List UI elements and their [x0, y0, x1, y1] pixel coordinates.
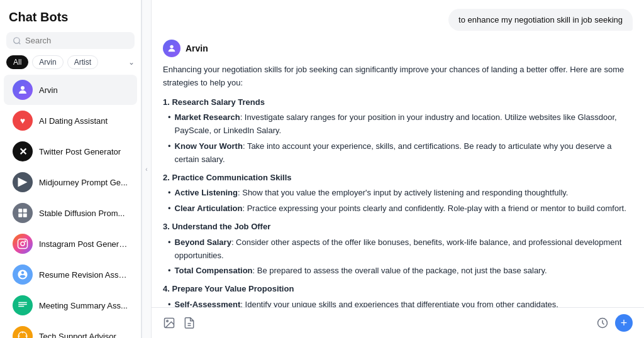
- bot-avatar-instagram: [13, 234, 33, 254]
- bot-name-resume: Resume Revision Assis...: [39, 270, 128, 280]
- bullet-market-research: • Market Research: Investigate salary ra…: [163, 111, 633, 138]
- bullet-active-listening: • Active Listening: Show that you value …: [163, 187, 633, 200]
- bullet-beyond-salary: • Beyond Salary: Consider other aspects …: [163, 236, 633, 263]
- svg-line-1: [19, 42, 21, 44]
- bot-item-resume[interactable]: Resume Revision Assis...: [4, 259, 137, 290]
- bullet-total-compensation: • Total Compensation: Be prepared to ass…: [163, 264, 633, 278]
- bullet-know-worth: • Know Your Worth: Take into account you…: [163, 140, 633, 166]
- section-title-4: 4. Prepare Your Value Proposition: [163, 283, 633, 296]
- user-message-bubble: to enhance my negotiation skill in job s…: [448, 9, 633, 31]
- bot-item-meeting[interactable]: Meeting Summary Ass...: [4, 290, 137, 320]
- bot-avatar-tech: [13, 326, 33, 338]
- bot-avatar-stable: [13, 203, 33, 223]
- add-button[interactable]: +: [615, 314, 633, 332]
- collapse-handle[interactable]: ‹: [142, 0, 152, 338]
- sidebar-title: Chat Bots: [0, 8, 141, 32]
- bot-item-twitter[interactable]: ✕ Twitter Post Generator: [4, 136, 137, 166]
- svg-point-8: [21, 242, 25, 246]
- section-title-2: 2. Practice Communication Skills: [163, 172, 633, 185]
- svg-rect-4: [23, 209, 27, 212]
- search-box: [6, 32, 135, 49]
- footer-right-icons: +: [596, 314, 633, 332]
- section-title-3: 3. Understand the Job Offer: [163, 221, 633, 234]
- filter-all[interactable]: All: [6, 55, 28, 69]
- svg-rect-5: [18, 214, 22, 217]
- bot-name-meeting: Meeting Summary Ass...: [39, 301, 128, 310]
- bot-name-arvin: Arvin: [39, 85, 58, 95]
- filter-chevron-icon[interactable]: ⌄: [128, 58, 135, 67]
- image-upload-icon[interactable]: [163, 317, 175, 329]
- svg-point-12: [167, 320, 169, 322]
- filter-artist[interactable]: Artist: [67, 55, 98, 69]
- response-section-4: 4. Prepare Your Value Proposition • Self…: [163, 283, 633, 307]
- bullet-self-assessment: • Self-Assessment: Identify your unique …: [163, 298, 633, 307]
- svg-rect-7: [18, 239, 28, 249]
- bot-avatar-meeting: [13, 295, 33, 315]
- bot-response-avatar: [163, 40, 180, 57]
- bot-item-stable[interactable]: Stable Diffusion Prom...: [4, 198, 137, 228]
- bot-name-stable: Stable Diffusion Prom...: [39, 209, 125, 218]
- search-input[interactable]: [25, 36, 128, 45]
- sidebar: Chat Bots All Arvin Artist ⌄ Arvin ♥ AI …: [0, 0, 142, 338]
- bot-name-ai-dating: AI Dating Assistant: [39, 116, 108, 126]
- bot-item-ai-dating[interactable]: ♥ AI Dating Assistant: [4, 106, 137, 136]
- document-upload-icon[interactable]: [183, 317, 196, 329]
- main-chat: to enhance my negotiation skill in job s…: [152, 0, 644, 338]
- bot-name-tech: Tech Support Advisor: [39, 332, 116, 339]
- response-intro: Enhancing your negotiation skills for jo…: [163, 63, 633, 90]
- bot-name-twitter: Twitter Post Generator: [39, 147, 121, 156]
- bot-item-tech[interactable]: Tech Support Advisor: [4, 321, 137, 338]
- response-section-3: 3. Understand the Job Offer • Beyond Sal…: [163, 221, 633, 278]
- bot-avatar-ai-dating: ♥: [13, 111, 33, 131]
- bot-avatar-twitter: ✕: [13, 141, 33, 161]
- bot-list: Arvin ♥ AI Dating Assistant ✕ Twitter Po…: [0, 74, 141, 338]
- svg-rect-6: [23, 214, 27, 217]
- bot-response-header: Arvin: [163, 40, 633, 57]
- response-content: Enhancing your negotiation skills for jo…: [163, 63, 633, 307]
- response-section-1: 1. Research Salary Trends • Market Resea…: [163, 96, 633, 166]
- response-section-2: 2. Practice Communication Skills • Activ…: [163, 172, 633, 215]
- svg-rect-3: [18, 209, 22, 212]
- svg-point-9: [25, 241, 26, 242]
- filter-tags: All Arvin Artist ⌄: [0, 55, 141, 74]
- bot-response-name: Arvin: [186, 43, 208, 53]
- chat-body: Arvin Enhancing your negotiation skills …: [152, 35, 644, 307]
- bot-avatar-midjourney: [13, 172, 33, 192]
- chat-header: to enhance my negotiation skill in job s…: [152, 0, 644, 35]
- svg-point-0: [14, 37, 19, 43]
- bot-item-instagram[interactable]: Instagram Post Genera...: [4, 229, 137, 259]
- bot-name-midjourney: Midjourney Prompt Ge...: [39, 178, 128, 187]
- history-icon[interactable]: [596, 317, 609, 329]
- filter-arvin[interactable]: Arvin: [32, 55, 63, 69]
- svg-point-2: [21, 86, 25, 90]
- bot-avatar-resume: [13, 264, 33, 285]
- bot-item-arvin[interactable]: Arvin: [4, 75, 137, 105]
- bot-avatar-arvin: [13, 80, 33, 100]
- search-icon: [13, 36, 21, 45]
- section-title-1: 1. Research Salary Trends: [163, 96, 633, 109]
- bot-name-instagram: Instagram Post Genera...: [39, 239, 128, 249]
- svg-point-10: [170, 45, 173, 48]
- bot-item-midjourney[interactable]: Midjourney Prompt Ge...: [4, 167, 137, 197]
- bullet-clear-articulation: • Clear Articulation: Practice expressin…: [163, 202, 633, 215]
- chat-footer: +: [152, 307, 644, 338]
- footer-left-icons: [163, 317, 196, 329]
